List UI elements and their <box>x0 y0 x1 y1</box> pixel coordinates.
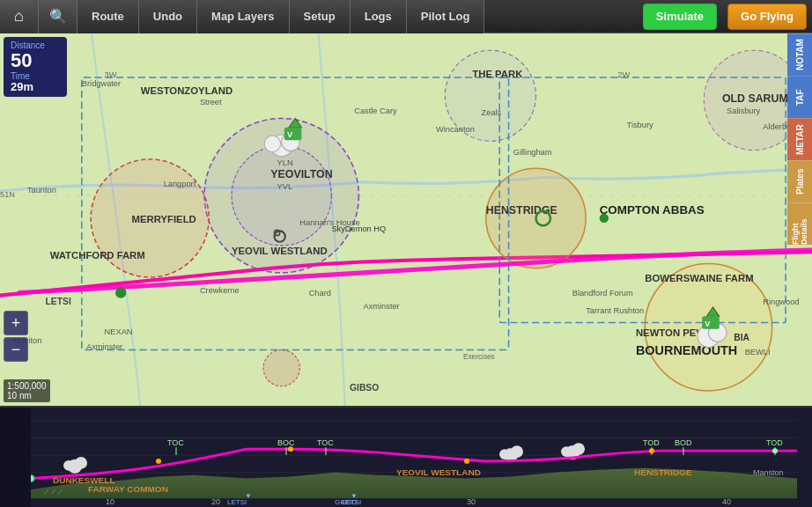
svg-text:TOD: TOD <box>643 438 660 447</box>
svg-point-125 <box>772 448 778 453</box>
info-panel: Distance 50 Time 29m <box>4 37 67 97</box>
map-view[interactable]: WESTONZOYLAND Bridgwater Street Castle C… <box>0 33 812 406</box>
svg-text:BOC: BOC <box>277 438 295 447</box>
svg-text:COMPTON ABBAS: COMPTON ABBAS <box>600 203 705 217</box>
svg-text:YVL: YVL <box>277 182 293 191</box>
svg-text:Hannah's House: Hannah's House <box>299 218 359 227</box>
svg-text:Langport: Langport <box>164 180 196 188</box>
svg-text:Ringwood: Ringwood <box>763 298 799 306</box>
svg-text:BEWLI: BEWLI <box>745 348 771 356</box>
svg-text:▼: ▼ <box>245 492 252 500</box>
svg-text:30: 30 <box>467 497 476 506</box>
svg-text:51N: 51N <box>0 190 15 199</box>
svg-text:MERRYFIELD: MERRYFIELD <box>132 214 196 224</box>
svg-text:TOC: TOC <box>167 438 184 447</box>
svg-text:Axminster: Axminster <box>364 302 400 311</box>
svg-point-86 <box>75 457 87 469</box>
svg-text:Castle Cary: Castle Cary <box>354 107 397 115</box>
svg-text:Gillingham: Gillingham <box>513 148 552 157</box>
svg-text:3W: 3W <box>105 70 117 79</box>
svg-text:LETSI: LETSI <box>227 498 247 506</box>
svg-text:BIA: BIA <box>734 333 749 342</box>
svg-rect-126 <box>0 408 31 507</box>
svg-text:WATCHFORD FARM: WATCHFORD FARM <box>50 250 145 261</box>
home-button[interactable]: ⌂ <box>0 0 39 33</box>
svg-point-71 <box>263 349 299 386</box>
svg-text:BOWERSWAINE FARM: BOWERSWAINE FARM <box>645 273 753 283</box>
setup-button[interactable]: Setup <box>290 0 351 33</box>
svg-text:Tisbury: Tisbury <box>627 121 653 129</box>
map-layers-button[interactable]: Map Layers <box>197 0 290 33</box>
svg-text:2W: 2W <box>617 70 630 79</box>
flight-details-button[interactable]: Flight Details <box>787 202 812 245</box>
svg-point-121 <box>156 459 161 464</box>
svg-text:Blandford Forum: Blandford Forum <box>572 289 633 298</box>
svg-text:Crewkerne: Crewkerne <box>200 286 240 295</box>
scale-ratio: 1:500,000 <box>7 381 47 391</box>
undo-button[interactable]: Undo <box>139 0 197 33</box>
svg-point-93 <box>561 446 572 457</box>
top-navigation: ⌂ 🔍 Route Undo Map Layers Setup Logs Pil… <box>0 0 812 33</box>
svg-text:YEOVIL WESTLAND: YEOVIL WESTLAND <box>232 246 328 256</box>
svg-text:Manston: Manston <box>753 468 784 477</box>
zoom-in-button[interactable]: + <box>4 311 28 335</box>
svg-point-62 <box>600 214 609 223</box>
svg-text:Axminster: Axminster <box>86 342 122 351</box>
zoom-panel: + − <box>4 311 28 362</box>
svg-point-52 <box>264 136 281 152</box>
metar-button[interactable]: METAR <box>787 118 812 160</box>
svg-text:Wincanton: Wincanton <box>436 125 475 134</box>
scale-info: 1:500,000 10 nm <box>4 379 50 402</box>
svg-text:YEOVIL WESTLAND: YEOVIL WESTLAND <box>396 467 481 477</box>
svg-text:V: V <box>287 130 293 139</box>
svg-text:V: V <box>705 320 711 328</box>
zoom-out-button[interactable]: − <box>4 337 28 362</box>
svg-text:FARWAY COMMON: FARWAY COMMON <box>88 484 168 494</box>
svg-text:TOD: TOD <box>766 438 783 447</box>
svg-text:Street: Street <box>200 98 222 107</box>
svg-text:Exercises: Exercises <box>463 353 495 361</box>
svg-text:HENSTRIDGE: HENSTRIDGE <box>634 467 692 477</box>
svg-point-63 <box>115 287 126 298</box>
svg-text:BOURNEMOUTH: BOURNEMOUTH <box>636 343 737 357</box>
logs-button[interactable]: Logs <box>351 0 407 33</box>
svg-text:YLN: YLN <box>277 158 293 167</box>
profile-svg: 5000 4000 3000 2000 1000 TOC BOC TOC TOD… <box>0 408 812 507</box>
plates-button[interactable]: Plates <box>787 160 812 202</box>
svg-text:GIBSO: GIBSO <box>335 498 357 506</box>
svg-text:TOC: TOC <box>317 438 334 447</box>
svg-text:HENSTRIDGE: HENSTRIDGE <box>486 204 557 217</box>
notam-button[interactable]: NOTAM <box>787 33 812 76</box>
svg-text:Taunton: Taunton <box>27 186 56 195</box>
profile-strip: 5000 4000 3000 2000 1000 TOC BOC TOC TOD… <box>0 406 812 507</box>
svg-point-92 <box>572 443 585 455</box>
svg-text:Chard: Chard <box>309 289 331 298</box>
svg-text:WESTONZOYLAND: WESTONZOYLAND <box>141 85 233 96</box>
scale-distance: 10 nm <box>7 391 47 400</box>
svg-point-87 <box>63 460 74 471</box>
svg-text:GIBSO: GIBSO <box>350 383 379 393</box>
svg-point-123 <box>464 459 469 464</box>
svg-text:Bridgwater: Bridgwater <box>82 79 121 88</box>
svg-text:OLD SARUM: OLD SARUM <box>722 92 788 105</box>
svg-text:NEXAN: NEXAN <box>105 327 133 336</box>
taf-button[interactable]: TAF <box>787 76 812 118</box>
search-button[interactable]: 🔍 <box>39 0 78 33</box>
svg-text:10: 10 <box>106 497 114 506</box>
simulate-button[interactable]: Simulate <box>643 4 717 30</box>
svg-text:20: 20 <box>211 497 220 506</box>
go-flying-button[interactable]: Go Flying <box>727 4 807 30</box>
right-panel: NOTAM TAF METAR Plates Flight Details <box>787 33 812 245</box>
svg-text:Zeals: Zeals <box>482 108 502 117</box>
svg-point-89 <box>511 445 523 458</box>
svg-text:BOD: BOD <box>675 438 691 447</box>
distance-value: 50 <box>11 50 60 71</box>
svg-text:LETSI: LETSI <box>46 297 71 306</box>
map-svg: WESTONZOYLAND Bridgwater Street Castle C… <box>0 33 812 406</box>
route-button[interactable]: Route <box>78 0 139 33</box>
svg-point-122 <box>288 446 293 452</box>
svg-text:40: 40 <box>722 497 731 506</box>
time-value: 29m <box>11 81 60 93</box>
pilot-log-button[interactable]: Pilot Log <box>407 0 485 33</box>
svg-point-124 <box>649 448 654 453</box>
